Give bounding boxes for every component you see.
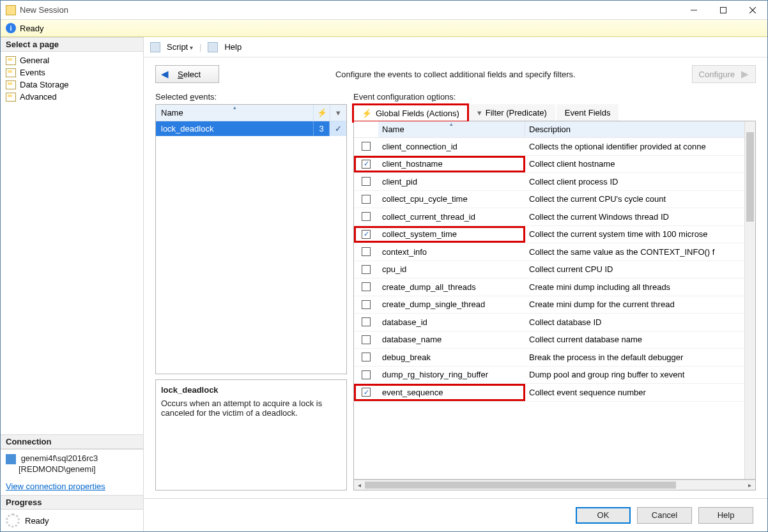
page-icon [6, 68, 16, 77]
field-desc: Collect client hostname [525, 159, 744, 169]
selected-events-label: Selected events: [155, 92, 347, 102]
maximize-button[interactable] [709, 1, 738, 20]
field-checkbox[interactable] [354, 247, 378, 256]
field-name: database_name [378, 335, 525, 344]
field-desc: Collect event sequence number [525, 388, 744, 397]
field-name: context_info [378, 247, 525, 257]
svg-rect-1 [721, 7, 726, 13]
page-events[interactable]: Events [4, 66, 139, 79]
field-row[interactable]: client_connection_idCollects the optiona… [354, 138, 744, 156]
field-row[interactable]: cpu_idCollect current CPU ID [354, 261, 744, 279]
field-row[interactable]: ✓collect_system_timeCollect the current … [354, 226, 744, 244]
event-description-title: lock_deadlock [161, 385, 341, 395]
col-action-count[interactable]: ⚡ [313, 105, 330, 121]
info-icon: i [6, 23, 16, 33]
script-dropdown[interactable]: Script [167, 42, 193, 52]
field-row[interactable]: ✓client_hostnameCollect client hostname [354, 156, 744, 174]
field-checkbox[interactable] [354, 212, 378, 221]
lightning-icon: ⚡ [317, 108, 327, 118]
funnel-icon: ▾ [336, 108, 341, 118]
field-name: collect_cpu_cycle_time [378, 194, 525, 204]
connection-server: genemi4f\sql2016rc3 [21, 453, 98, 463]
arrow-left-icon: ◀ [161, 68, 169, 80]
lightning-icon: ⚡ [362, 109, 372, 118]
field-checkbox[interactable]: ✓ [354, 230, 378, 239]
help-button[interactable]: Help [224, 42, 242, 52]
status-strip: i Ready [1, 20, 767, 37]
field-checkbox[interactable] [354, 177, 378, 186]
field-checkbox[interactable] [354, 335, 378, 344]
field-desc: Collect the current CPU's cycle count [525, 194, 744, 204]
field-checkbox[interactable] [354, 265, 378, 274]
col-name[interactable]: ▴ Name [156, 105, 313, 121]
view-connection-properties-link[interactable]: View connection properties [1, 478, 143, 495]
field-checkbox[interactable] [354, 142, 378, 151]
help-icon [208, 42, 218, 52]
field-row[interactable]: create_dump_all_threadsCreate mini dump … [354, 278, 744, 296]
page-general[interactable]: General [4, 54, 139, 66]
field-row[interactable]: dump_rg_history_ring_bufferDump pool and… [354, 367, 744, 384]
close-button[interactable] [738, 1, 767, 20]
event-description-body: Occurs when an attempt to acquire a lock… [161, 399, 341, 418]
server-icon [6, 454, 16, 464]
vertical-scrollbar[interactable] [744, 121, 755, 479]
field-checkbox[interactable] [354, 195, 378, 204]
field-desc: Collect the current system time with 100… [525, 229, 744, 239]
field-row[interactable]: context_infoCollect the same value as th… [354, 243, 744, 261]
titlebar: New Session [1, 1, 767, 20]
cancel-button[interactable]: Cancel [637, 507, 692, 524]
field-row[interactable]: create_dump_single_threadCreate mini dum… [354, 296, 744, 314]
field-desc: Create mini dump for the current thread [525, 300, 744, 309]
field-desc: Break the process in the default debugge… [525, 353, 744, 362]
field-row[interactable]: ✓event_sequenceCollect event sequence nu… [354, 384, 744, 402]
field-row[interactable]: collect_cpu_cycle_timeCollect the curren… [354, 191, 744, 209]
select-button[interactable]: ◀ Select [155, 65, 219, 83]
page-icon [6, 93, 16, 102]
sort-indicator-icon: ▴ [450, 121, 453, 127]
selected-event-row[interactable]: lock_deadlock 3 ✓ [156, 121, 346, 136]
field-name: create_dump_all_threads [378, 282, 525, 292]
tab-event-fields[interactable]: Event Fields [557, 104, 619, 121]
field-desc: Collect the same value as the CONTEXT_IN… [525, 247, 744, 257]
col-field-name[interactable]: ▴ Name [378, 121, 525, 137]
field-desc: Collect current database name [525, 335, 744, 344]
col-field-desc[interactable]: Description [525, 121, 744, 137]
tab-global-fields[interactable]: ⚡ Global Fields (Actions) [353, 105, 468, 121]
horizontal-scrollbar[interactable]: ◂ ▸ [353, 480, 756, 490]
progress-box: Ready [1, 510, 143, 531]
dialog-footer: OK Cancel Help [144, 498, 767, 531]
tab-filter[interactable]: ▾ Filter (Predicate) [469, 104, 555, 121]
minimize-button[interactable] [679, 1, 709, 20]
check-icon: ✓ [330, 121, 346, 136]
col-filter[interactable]: ▾ [330, 105, 346, 121]
field-row[interactable]: debug_breakBreak the process in the defa… [354, 349, 744, 367]
field-checkbox[interactable]: ✓ [354, 388, 378, 397]
event-description-box: lock_deadlock Occurs when an attempt to … [155, 379, 347, 490]
field-checkbox[interactable] [354, 300, 378, 309]
connection-info: genemi4f\sql2016rc3 [REDMOND\genemi] [1, 449, 143, 478]
help-button[interactable]: Help [698, 507, 753, 524]
field-desc: Create mini dump including all threads [525, 282, 744, 292]
field-checkbox[interactable] [354, 282, 378, 291]
field-row[interactable]: database_nameCollect current database na… [354, 331, 744, 349]
field-checkbox[interactable]: ✓ [354, 160, 378, 169]
configure-button: Configure ▶ [692, 65, 756, 83]
page-advanced[interactable]: Advanced [4, 91, 139, 103]
progress-spinner-icon [6, 513, 20, 528]
field-checkbox[interactable] [354, 353, 378, 361]
field-name: cpu_id [378, 264, 525, 274]
field-name: event_sequence [378, 388, 525, 397]
field-name: collect_current_thread_id [378, 212, 525, 222]
config-tabs: ⚡ Global Fields (Actions) ▾ Filter (Pred… [353, 104, 756, 121]
field-checkbox[interactable] [354, 317, 378, 326]
field-checkbox[interactable] [354, 370, 378, 379]
sort-indicator-icon: ▴ [233, 104, 236, 110]
field-row[interactable]: client_pidCollect client process ID [354, 173, 744, 191]
field-row[interactable]: collect_current_thread_idCollect the cur… [354, 208, 744, 226]
ok-button[interactable]: OK [576, 507, 631, 524]
field-row[interactable]: database_idCollect database ID [354, 314, 744, 331]
page-data-storage[interactable]: Data Storage [4, 79, 139, 91]
new-session-dialog: New Session i Ready Select a page Genera… [0, 0, 768, 532]
instruction-text: Configure the events to collect addition… [228, 70, 683, 79]
script-icon [150, 42, 160, 52]
